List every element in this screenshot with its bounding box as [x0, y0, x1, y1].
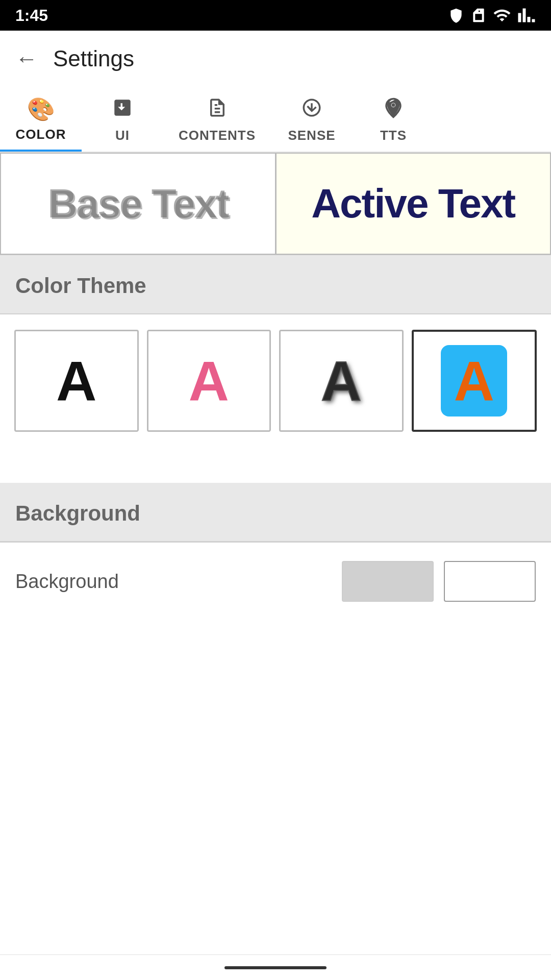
background-color-swatch-2[interactable]: [444, 561, 536, 602]
base-text-sample: Base Text: [47, 180, 228, 227]
tab-color[interactable]: 🎨 COLOR: [0, 87, 82, 152]
tab-contents-label: CONTENTS: [179, 128, 256, 143]
theme-option-4[interactable]: A: [412, 330, 537, 432]
tab-sense[interactable]: SENSE: [271, 87, 353, 152]
nav-bar: [0, 954, 551, 980]
status-icons: [448, 6, 536, 24]
tab-color-label: COLOR: [16, 127, 66, 142]
background-row: Background: [0, 542, 551, 620]
tab-tts-label: TTS: [380, 128, 407, 143]
app-bar: ← Settings: [0, 31, 551, 87]
palette-icon: 🎨: [27, 96, 55, 122]
active-text-preview[interactable]: Active Text: [276, 153, 552, 255]
download-circle-icon: [301, 97, 322, 124]
theme-option-2[interactable]: A: [147, 330, 271, 432]
svg-point-0: [392, 103, 395, 107]
tab-contents[interactable]: CONTENTS: [163, 87, 271, 152]
shield-icon: [448, 7, 464, 23]
base-text-preview[interactable]: Base Text: [0, 153, 276, 255]
signal-icon: [517, 6, 536, 24]
theme-option-1[interactable]: A: [14, 330, 139, 432]
theme-options: A A A A: [0, 314, 551, 447]
status-time: 1:45: [15, 6, 48, 25]
tab-ui-label: UI: [115, 128, 130, 143]
theme-4-wrapper: A: [454, 353, 494, 409]
tab-ui[interactable]: UI: [82, 87, 163, 152]
background-section: Background Background: [0, 483, 551, 620]
theme-option-3[interactable]: A: [279, 330, 404, 432]
tab-sense-label: SENSE: [288, 128, 335, 143]
tab-bar: 🎨 COLOR UI CONTENTS SENSE TTS: [0, 87, 551, 153]
wifi-icon: [493, 6, 511, 24]
document-icon: [207, 97, 228, 124]
home-indicator: [224, 966, 327, 969]
page-title: Settings: [53, 46, 134, 71]
status-bar: 1:45: [0, 0, 551, 31]
background-title: Background: [15, 501, 140, 525]
theme-letter-4: A: [454, 353, 494, 409]
location-dot-icon: [383, 97, 404, 124]
tab-tts[interactable]: TTS: [353, 87, 434, 152]
background-color-swatch-1[interactable]: [342, 561, 434, 602]
active-text-sample: Active Text: [311, 180, 515, 227]
back-button[interactable]: ←: [15, 47, 38, 70]
download-box-icon: [112, 97, 133, 124]
theme-letter-3: A: [321, 353, 361, 409]
color-theme-section-header: Color Theme: [0, 255, 551, 314]
background-label: Background: [15, 571, 342, 593]
sim-icon: [470, 7, 487, 23]
color-theme-title: Color Theme: [15, 274, 146, 298]
theme-letter-2: A: [189, 353, 229, 409]
background-section-header: Background: [0, 483, 551, 542]
theme-letter-1: A: [56, 353, 96, 409]
preview-row: Base Text Active Text: [0, 153, 551, 255]
background-controls: [342, 561, 536, 602]
